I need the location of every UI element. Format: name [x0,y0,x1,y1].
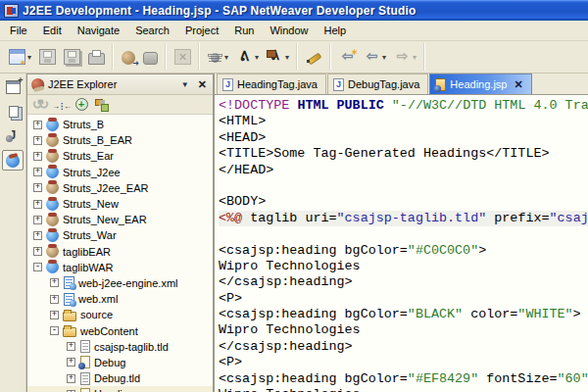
java-perspective-button[interactable] [2,125,24,146]
tab-debugtag.java[interactable]: DebugTag.java [327,74,428,94]
tab-heading.jsp[interactable]: Heading.jsp✕ [429,74,531,94]
dropdown-arrow-icon[interactable]: ▾ [382,53,386,62]
tree-item-struts_war[interactable]: +Struts_War [27,227,213,243]
resource-perspective-button[interactable] [2,101,24,122]
back-button[interactable]: ▾ [360,45,390,69]
dropdown-arrow-icon[interactable]: ▾ [27,53,31,62]
tree-item-webcontent[interactable]: -webContent [27,322,213,338]
expand-toggle-icon[interactable]: + [33,231,42,240]
tree-item-struts_b[interactable]: +Struts_B [27,117,213,132]
tree-item-struts_j2ee_ear[interactable]: +Struts_J2ee_EAR [27,180,213,196]
tab-label: DebugTag.java [348,78,419,90]
open-perspective-button[interactable] [2,76,24,97]
code-line: <csajsp:heading bgColor="#C0C0C0"> [219,243,588,259]
dropdown-arrow-icon[interactable]: ▾ [224,53,228,62]
war-icon [46,119,59,131]
tree-item-debug[interactable]: +Debug [27,355,213,370]
expand-toggle-icon[interactable]: + [33,183,42,192]
menu-run[interactable]: Run [226,22,262,39]
dropdown-arrow-icon[interactable]: ▾ [255,53,259,62]
expand-toggle-icon[interactable]: + [67,342,75,351]
expand-toggle-icon[interactable]: + [33,168,42,176]
toolbar-group: ▾▾ [332,43,424,71]
ear-icon [46,150,59,163]
j2ee-explorer-view: J2EE Explorer ▼ ✕ +Struts_B+Struts_B_EAR… [26,74,214,392]
expand-toggle-icon[interactable]: + [67,358,75,367]
run-button[interactable]: ▾ [232,45,263,69]
file-icon [80,372,90,385]
tree-item-web.xml[interactable]: +web.xml [27,291,213,307]
expand-toggle-icon[interactable]: + [33,121,42,129]
expand-toggle-icon[interactable]: + [33,152,42,161]
external-tools-button[interactable]: ▾ [263,45,293,69]
tree-item-heading[interactable]: +Heading [27,386,213,392]
java-file-icon [222,78,233,91]
tree-item-source[interactable]: +source [27,307,213,322]
tree-item-label: source [80,309,113,320]
forward-button[interactable]: ▾ [390,45,420,69]
menu-project[interactable]: Project [177,22,226,39]
war-icon [46,229,59,242]
collapse-toggle-icon[interactable]: - [50,326,59,335]
menu-help[interactable]: Help [317,22,355,39]
tree-item-debug.tld[interactable]: +Debug.tld [27,370,213,386]
refresh-button[interactable] [31,96,49,113]
expand-toggle-icon[interactable]: + [50,295,59,304]
dropdown-arrow-icon[interactable]: ▾ [413,53,416,62]
marker-pen-button[interactable] [302,45,326,69]
print-button[interactable] [84,46,109,69]
tree-item-web-j2ee-engine.xml[interactable]: +web-j2ee-engine.xml [27,275,213,291]
j2ee-perspective-button[interactable] [2,150,24,171]
deploy-ear-button[interactable] [118,46,139,69]
code-editor[interactable]: <!DOCTYPE HTML PUBLIC "-//W3C//DTD HTML … [215,95,588,392]
view-close-button[interactable]: ✕ [196,78,209,91]
new-wizard-button[interactable]: ▾ [5,45,35,69]
link-with-editor-button[interactable] [93,96,111,113]
war-icon [46,261,59,273]
perspective-perspective-icon [6,80,21,94]
deploy-archive-button[interactable] [139,46,162,69]
tree-item-taglibear[interactable]: +taglibEAR [27,244,213,260]
dropdown-arrow-icon[interactable]: ▾ [285,53,289,62]
code-line: Wipro Technologies [219,387,588,392]
tree-item-label: web.xml [78,293,118,305]
tree-item-struts_new_ear[interactable]: +Struts_New_EAR [27,212,213,227]
expand-toggle-icon[interactable]: + [33,136,42,145]
add-button[interactable] [73,96,90,113]
expand-toggle-icon[interactable]: + [50,278,59,287]
menu-navigate[interactable]: Navigate [70,22,127,39]
tree-item-struts_ear[interactable]: +Struts_Ear [27,148,213,164]
tab-close-icon[interactable]: ✕ [514,78,522,91]
j2ee-perspective-icon [6,154,20,168]
tab-label: Heading.jsp [450,78,507,90]
menu-window[interactable]: Window [262,22,316,39]
undeploy-button[interactable] [171,45,195,69]
perspective-bar [0,74,26,392]
expand-toggle-icon[interactable]: + [67,374,75,383]
tree-item-struts_b_ear[interactable]: +Struts_B_EAR [27,132,213,148]
tree-item-struts_new[interactable]: +Struts_New [27,196,213,212]
menu-edit[interactable]: Edit [35,22,70,39]
tab-headingtag.java[interactable]: HeadingTag.java [217,74,326,94]
tree-item-label: Struts_New_EAR [63,214,147,225]
collapse-all-button[interactable] [52,96,70,113]
tree-item-struts_j2ee[interactable]: +Struts_J2ee [27,165,213,180]
expand-toggle-icon[interactable]: + [33,216,42,224]
debug-button[interactable]: ▾ [204,46,232,68]
tree-item-taglibwar[interactable]: -taglibWAR [27,260,213,275]
save-button[interactable] [35,45,60,69]
expand-toggle-icon[interactable]: + [33,200,42,209]
back-to-edit-button[interactable] [335,45,360,69]
expand-toggle-icon[interactable]: + [33,247,42,256]
view-menu-button[interactable]: ▼ [178,80,192,89]
jsp-file-icon [435,78,446,91]
jsp-icon [80,388,90,392]
save-all-button[interactable] [60,45,84,69]
expand-toggle-icon[interactable]: + [50,311,59,319]
collapse-toggle-icon[interactable]: - [33,263,42,271]
war-icon [46,198,59,211]
tree-item-csajsp-taglib.tld[interactable]: +csajsp-taglib.tld [27,339,213,355]
menu-search[interactable]: Search [127,22,177,39]
menu-file[interactable]: File [2,22,35,39]
tree-item-label: Debug.tld [94,372,140,384]
